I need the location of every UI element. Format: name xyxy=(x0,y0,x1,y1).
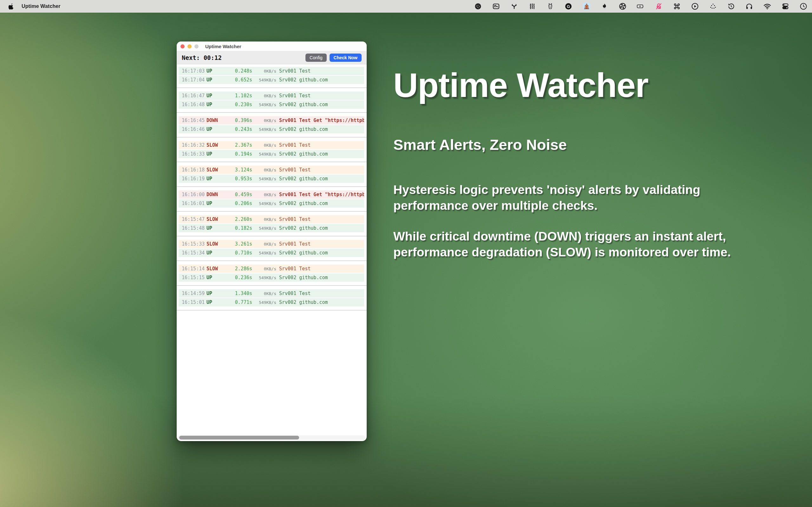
dots-icon[interactable] xyxy=(709,2,717,10)
check-row[interactable]: 16:16:45 DOWN 0.396s 0KB/s Srv001 Test G… xyxy=(179,116,364,124)
row-time: 16:15:34 xyxy=(182,250,206,256)
row-status: UP xyxy=(206,250,233,256)
row-status: UP xyxy=(206,151,233,157)
check-row[interactable]: 16:17:03 UP 0.248s 0KB/s Srv001 Test xyxy=(179,67,364,75)
menu-bar: Uptime Watcher G xyxy=(0,0,812,13)
clock-icon[interactable] xyxy=(799,2,808,10)
pagoda-icon[interactable] xyxy=(582,2,591,10)
play-circle-icon[interactable] xyxy=(691,2,699,10)
fork-branch-icon[interactable] xyxy=(510,2,518,10)
row-server: Srv001 Test xyxy=(279,68,310,74)
row-rate: 0KB/s xyxy=(252,192,276,197)
check-group: 16:16:47 UP 1.102s 0KB/s Srv001 Test 16:… xyxy=(177,92,367,109)
check-row[interactable]: 16:15:48 UP 0.182s 549KB/s Srv002 github… xyxy=(179,224,364,232)
check-row[interactable]: 16:15:01 UP 0.771s 549KB/s Srv002 github… xyxy=(179,298,364,306)
check-row[interactable]: 16:15:33 SLOW 3.261s 0KB/s Srv001 Test xyxy=(179,240,364,248)
check-row[interactable]: 16:17:04 UP 0.652s 549KB/s Srv002 github… xyxy=(179,76,364,84)
horizontal-scrollbar[interactable] xyxy=(178,435,365,440)
row-status: UP xyxy=(206,201,233,206)
row-server: Srv001 Test xyxy=(279,241,310,247)
row-time: 16:17:03 xyxy=(182,68,206,74)
group-divider xyxy=(177,186,367,187)
lock-slash-icon[interactable] xyxy=(655,2,663,10)
minimize-window-button[interactable] xyxy=(188,44,192,49)
row-duration: 2.367s xyxy=(233,142,252,148)
check-group: 16:14:59 UP 1.340s 0KB/s Srv001 Test 16:… xyxy=(177,289,367,306)
row-server: Srv002 github.com xyxy=(279,225,328,231)
row-server: Srv002 github.com xyxy=(279,77,328,83)
row-duration: 0.206s xyxy=(233,201,252,206)
row-server: Srv001 Test Get "https://httpbin xyxy=(279,118,364,123)
horizontal-scrollbar-thumb[interactable] xyxy=(179,436,299,440)
row-duration: 0.182s xyxy=(233,225,252,231)
row-rate: 549KB/s xyxy=(252,300,276,305)
zoom-window-button[interactable] xyxy=(194,44,199,49)
check-row[interactable]: 16:15:47 SLOW 2.260s 0KB/s Srv001 Test xyxy=(179,215,364,223)
battery-bolt-icon[interactable] xyxy=(637,2,645,10)
row-rate: 0KB/s xyxy=(252,118,276,123)
row-duration: 0.652s xyxy=(233,77,252,83)
row-server: Srv002 github.com xyxy=(279,250,328,256)
hero-title: Uptime Watcher xyxy=(393,67,768,103)
check-row[interactable]: 16:15:15 UP 0.236s 549KB/s Srv002 github… xyxy=(179,274,364,282)
check-row[interactable]: 16:16:01 UP 0.206s 549KB/s Srv002 github… xyxy=(179,199,364,208)
row-rate: 549KB/s xyxy=(252,250,276,256)
check-row[interactable]: 16:16:47 UP 1.102s 0KB/s Srv001 Test xyxy=(179,92,364,100)
check-row[interactable]: 16:16:18 SLOW 3.124s 0KB/s Srv001 Test xyxy=(179,166,364,174)
row-server: Srv002 github.com xyxy=(279,299,328,305)
row-duration: 1.102s xyxy=(233,93,252,99)
window-titlebar[interactable]: Uptime Watcher xyxy=(177,42,367,51)
check-row[interactable]: 16:14:59 UP 1.340s 0KB/s Srv001 Test xyxy=(179,289,364,297)
check-row[interactable]: 16:16:46 UP 0.243s 549KB/s Srv002 github… xyxy=(179,125,364,133)
row-duration: 3.261s xyxy=(233,241,252,247)
row-server: Srv002 github.com xyxy=(279,275,328,280)
check-row[interactable]: 16:16:48 UP 0.230s 549KB/s Srv002 github… xyxy=(179,101,364,109)
wifi-icon[interactable] xyxy=(763,2,771,10)
row-duration: 2.260s xyxy=(233,216,252,222)
check-row[interactable]: 16:15:14 SLOW 2.286s 0KB/s Srv001 Test xyxy=(179,265,364,273)
check-row[interactable]: 16:16:00 DOWN 0.459s 0KB/s Srv001 Test G… xyxy=(179,190,364,199)
command-icon[interactable] xyxy=(673,2,681,10)
flame-icon[interactable] xyxy=(600,2,609,10)
check-group: 16:15:33 SLOW 3.261s 0KB/s Srv001 Test 1… xyxy=(177,240,367,257)
cookie-icon[interactable] xyxy=(474,2,482,10)
check-row[interactable]: 16:16:33 UP 0.194s 549KB/s Srv002 github… xyxy=(179,150,364,158)
uptime-watcher-window: Uptime Watcher Next: 00:12 Config Check … xyxy=(177,42,367,441)
llama-icon[interactable] xyxy=(546,2,554,10)
check-group: 16:16:00 DOWN 0.459s 0KB/s Srv001 Test G… xyxy=(177,190,367,208)
row-duration: 0.243s xyxy=(233,126,252,132)
hero-subtitle: Smart Alerts, Zero Noise xyxy=(393,136,768,153)
check-now-button[interactable]: Check Now xyxy=(329,54,362,62)
group-divider xyxy=(177,137,367,137)
apple-menu-icon[interactable] xyxy=(7,2,15,10)
row-server: Srv001 Test xyxy=(279,167,310,173)
check-group: 16:16:32 SLOW 2.367s 0KB/s Srv001 Test 1… xyxy=(177,141,367,158)
row-time: 16:15:15 xyxy=(182,275,206,280)
row-time: 16:16:46 xyxy=(182,126,206,132)
group-divider xyxy=(177,88,367,88)
row-server: Srv001 Test xyxy=(279,142,310,148)
menubar-app-name[interactable]: Uptime Watcher xyxy=(21,3,61,9)
row-status: DOWN xyxy=(206,118,233,123)
check-row[interactable]: 16:16:19 UP 0.953s 549KB/s Srv002 github… xyxy=(179,175,364,183)
control-center-icon[interactable] xyxy=(781,2,790,10)
fan-icon[interactable] xyxy=(618,2,627,10)
history-clock-icon[interactable] xyxy=(727,2,735,10)
check-row[interactable]: 16:15:34 UP 0.710s 549KB/s Srv002 github… xyxy=(179,249,364,257)
trackpad-wave-icon[interactable] xyxy=(492,2,500,10)
row-time: 16:16:33 xyxy=(182,151,206,157)
g-circle-icon[interactable]: G xyxy=(564,2,572,10)
config-button[interactable]: Config xyxy=(305,54,326,62)
headphones-icon[interactable] xyxy=(745,2,753,10)
check-row[interactable]: 16:16:32 SLOW 2.367s 0KB/s Srv001 Test xyxy=(179,141,364,149)
row-time: 16:17:04 xyxy=(182,77,206,83)
group-divider xyxy=(177,211,367,212)
check-list[interactable]: 16:17:03 UP 0.248s 0KB/s Srv001 Test 16:… xyxy=(177,64,367,311)
row-status: SLOW xyxy=(206,167,233,173)
row-duration: 0.710s xyxy=(233,250,252,256)
row-rate: 549KB/s xyxy=(252,152,276,157)
check-group: 16:16:18 SLOW 3.124s 0KB/s Srv001 Test 1… xyxy=(177,166,367,183)
close-window-button[interactable] xyxy=(181,44,185,49)
row-time: 16:15:01 xyxy=(182,299,206,305)
steam-pins-icon[interactable] xyxy=(528,2,537,10)
